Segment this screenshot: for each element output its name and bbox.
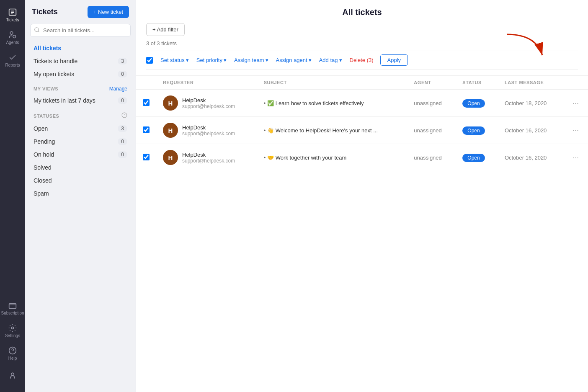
svg-point-4 (10, 32, 13, 35)
sidebar-statuses-section: STATUSES Open 3 Pending 0 On hold 0 Solv… (25, 107, 136, 200)
row-requester-cell: H HelpDesk support@helpdesk.com (156, 90, 257, 117)
tickets-table: REQUESTER SUBJECT AGENT STATUS LAST MESS… (136, 76, 588, 171)
tickets-table-wrapper: REQUESTER SUBJECT AGENT STATUS LAST MESS… (136, 76, 588, 392)
requester-email: support@helpdesk.com (182, 103, 235, 109)
set-status-chevron-icon: ▾ (186, 57, 189, 63)
row-status-cell: Open (456, 90, 498, 117)
set-priority-label: Set priority (196, 57, 222, 63)
col-status: STATUS (456, 76, 498, 90)
requester-info: HelpDesk support@helpdesk.com (182, 152, 235, 164)
sidebar-item-my-open-tickets[interactable]: My open tickets 0 (30, 68, 131, 80)
row-agent-cell: unassigned (407, 144, 456, 171)
sidebar-statuses-label: STATUSES (34, 113, 59, 119)
row-subject-cell[interactable]: •✅ Learn how to solve tickets effectivel… (257, 90, 407, 117)
sidebar-item-my-open-tickets-label: My open tickets (34, 71, 74, 77)
sidebar-item-onhold-label: On hold (34, 151, 54, 158)
nav-item-tickets-label: Tickets (6, 18, 19, 22)
select-all-checkbox[interactable] (146, 57, 153, 64)
avatar: H (163, 150, 178, 165)
row-subject-cell[interactable]: •👋 Welcome to HelpDesk! Here's your next… (257, 117, 407, 144)
main-content: All tickets + Add filter 3 of 3 tickets … (136, 0, 588, 392)
sidebar: Tickets + New ticket All tickets Tickets… (25, 0, 136, 392)
set-priority-button[interactable]: Set priority ▾ (194, 55, 229, 65)
row-subject-cell[interactable]: •🤝 Work together with your team (257, 144, 407, 171)
page-title: All tickets (146, 8, 578, 17)
assign-team-button[interactable]: Assign team ▾ (232, 55, 271, 65)
sidebar-item-tickets-to-handle[interactable]: Tickets to handle 3 (30, 55, 131, 67)
assign-agent-button[interactable]: Assign agent ▾ (273, 55, 314, 65)
sidebar-title: Tickets (32, 8, 58, 16)
nav-item-tickets[interactable]: Tickets (3, 4, 23, 26)
sidebar-item-all-tickets-label: All tickets (34, 45, 61, 52)
info-icon[interactable] (121, 112, 127, 120)
sidebar-badge-open: 3 (118, 125, 127, 132)
nav-item-subscription[interactable]: Subscription (3, 297, 23, 319)
sidebar-item-open-label: Open (34, 125, 48, 132)
nav-item-help[interactable]: Help (3, 343, 23, 364)
nav-item-reports[interactable]: Reports (3, 49, 23, 71)
sidebar-item-closed[interactable]: Closed (30, 174, 131, 187)
set-status-button[interactable]: Set status ▾ (158, 55, 191, 65)
row-more-cell: ··· (563, 117, 588, 144)
row-last-message-cell: October 16, 2020 (498, 117, 563, 144)
sidebar-badge-pending: 0 (118, 138, 127, 145)
requester-info: HelpDesk support@helpdesk.com (182, 124, 235, 137)
add-filter-button[interactable]: + Add filter (146, 23, 185, 36)
col-requester: REQUESTER (156, 76, 257, 90)
set-status-label: Set status (160, 57, 185, 63)
delete-button[interactable]: Delete (3) (347, 55, 376, 65)
svg-point-5 (13, 35, 16, 38)
sidebar-item-onhold[interactable]: On hold 0 (30, 148, 131, 161)
row-checkbox-0[interactable] (143, 99, 150, 106)
sidebar-item-tickets-to-handle-label: Tickets to handle (34, 58, 77, 64)
nav-item-reports-label: Reports (5, 63, 20, 67)
sidebar-item-spam[interactable]: Spam (30, 187, 131, 200)
avatar: H (163, 95, 178, 111)
assign-team-chevron-icon: ▾ (266, 57, 268, 63)
row-requester-cell: H HelpDesk support@helpdesk.com (156, 117, 257, 144)
search-input[interactable] (30, 24, 131, 37)
search-box (30, 24, 131, 37)
col-actions (563, 76, 588, 90)
table-row: H HelpDesk support@helpdesk.com •🤝 Work … (136, 144, 588, 171)
row-checkbox-1[interactable] (143, 126, 150, 133)
more-actions-button[interactable]: ··· (570, 152, 581, 163)
row-checkbox-2[interactable] (143, 154, 150, 160)
row-checkbox-cell (136, 144, 156, 171)
sidebar-manage-link[interactable]: Manage (109, 86, 127, 92)
apply-button[interactable]: Apply (380, 54, 408, 66)
row-agent-cell: unassigned (407, 90, 456, 117)
nav-bar: Tickets Agents Reports Subscription Sett… (0, 0, 25, 392)
more-actions-button[interactable]: ··· (570, 125, 581, 136)
main-header: All tickets + Add filter 3 of 3 tickets … (136, 0, 588, 76)
new-ticket-button[interactable]: + New ticket (88, 6, 129, 18)
row-last-message-cell: October 16, 2020 (498, 144, 563, 171)
nav-item-profile[interactable] (3, 365, 23, 387)
sidebar-item-spam-label: Spam (34, 190, 49, 197)
sidebar-item-my-tickets-7days[interactable]: My tickets in last 7 days 0 (30, 94, 131, 107)
sidebar-item-pending-label: Pending (34, 138, 55, 145)
table-row: H HelpDesk support@helpdesk.com •✅ Learn… (136, 90, 588, 117)
col-subject: SUBJECT (257, 76, 407, 90)
row-agent-cell: unassigned (407, 117, 456, 144)
row-status-cell: Open (456, 144, 498, 171)
nav-item-settings[interactable]: Settings (3, 320, 23, 342)
assign-team-label: Assign team (234, 57, 264, 63)
sidebar-main-section: All tickets Tickets to handle 3 My open … (25, 42, 136, 81)
status-badge: Open (462, 126, 485, 135)
sidebar-badge-onhold: 0 (118, 151, 127, 158)
sidebar-item-all-tickets[interactable]: All tickets (30, 42, 131, 54)
sidebar-item-open[interactable]: Open 3 (30, 122, 131, 135)
sidebar-item-pending[interactable]: Pending 0 (30, 135, 131, 148)
sidebar-my-views-section: MY VIEWS Manage My tickets in last 7 day… (25, 81, 136, 107)
search-icon (34, 27, 40, 34)
more-actions-button[interactable]: ··· (570, 98, 581, 108)
nav-item-agents[interactable]: Agents (3, 27, 23, 49)
assign-agent-chevron-icon: ▾ (309, 57, 312, 63)
sidebar-item-solved[interactable]: Solved (30, 161, 131, 174)
nav-item-agents-label: Agents (6, 40, 19, 45)
sidebar-statuses-header: STATUSES (30, 107, 131, 122)
col-agent: AGENT (407, 76, 456, 90)
add-tag-button[interactable]: Add tag ▾ (317, 55, 345, 65)
svg-point-12 (35, 27, 39, 31)
